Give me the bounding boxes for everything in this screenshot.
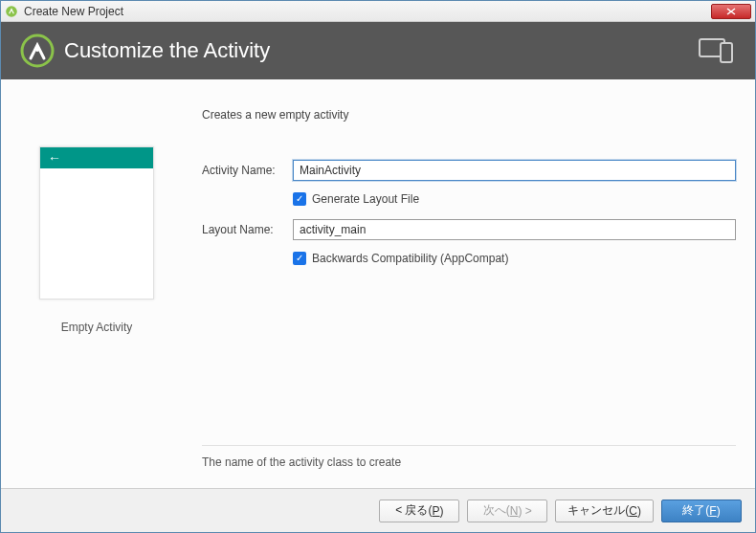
info-text: The name of the activity class to create bbox=[202, 445, 736, 478]
finish-button[interactable]: 終了(F) bbox=[661, 500, 742, 522]
svg-point-2 bbox=[35, 48, 39, 52]
form-description: Creates a new empty activity bbox=[202, 108, 736, 122]
backwards-compat-label: Backwards Compatibility (AppCompat) bbox=[312, 252, 508, 265]
android-studio-icon bbox=[5, 5, 18, 18]
back-button[interactable]: < 戻る(P) bbox=[379, 500, 459, 522]
preview-caption: Empty Activity bbox=[61, 321, 133, 334]
backwards-compat-row[interactable]: ✓ Backwards Compatibility (AppCompat) bbox=[293, 252, 736, 265]
wizard-footer: < 戻る(P) 次へ(N) > キャンセル(C) 終了(F) bbox=[1, 488, 755, 532]
form-column: Creates a new empty activity Activity Na… bbox=[202, 108, 736, 478]
generate-layout-label: Generate Layout File bbox=[312, 192, 419, 206]
window-close-button[interactable] bbox=[711, 4, 751, 19]
layout-name-row: Layout Name: bbox=[202, 219, 736, 240]
form-factor-icon bbox=[698, 37, 736, 64]
dialog-window: Create New Project Customize the Activit… bbox=[0, 0, 756, 533]
generate-layout-row[interactable]: ✓ Generate Layout File bbox=[293, 192, 736, 206]
activity-name-input[interactable] bbox=[293, 160, 736, 181]
wizard-header: Customize the Activity bbox=[1, 22, 755, 79]
window-title: Create New Project bbox=[24, 5, 711, 18]
activity-name-label: Activity Name: bbox=[202, 164, 293, 177]
next-button[interactable]: 次へ(N) > bbox=[467, 500, 547, 522]
android-studio-logo-icon bbox=[20, 33, 55, 68]
activity-name-row: Activity Name: bbox=[202, 160, 736, 181]
layout-name-label: Layout Name: bbox=[202, 223, 293, 236]
back-arrow-icon: ← bbox=[48, 150, 61, 166]
backwards-compat-checkbox[interactable]: ✓ bbox=[293, 252, 306, 265]
layout-name-input[interactable] bbox=[293, 219, 736, 240]
activity-preview: ← bbox=[39, 146, 154, 300]
svg-rect-4 bbox=[721, 43, 732, 62]
titlebar: Create New Project bbox=[1, 1, 755, 22]
preview-app-bar: ← bbox=[40, 147, 153, 168]
cancel-button[interactable]: キャンセル(C) bbox=[555, 500, 654, 522]
generate-layout-checkbox[interactable]: ✓ bbox=[293, 192, 306, 206]
preview-column: ← Empty Activity bbox=[20, 108, 173, 478]
wizard-title: Customize the Activity bbox=[64, 38, 698, 63]
wizard-content: ← Empty Activity Creates a new empty act… bbox=[1, 79, 755, 488]
svg-point-0 bbox=[6, 6, 17, 17]
